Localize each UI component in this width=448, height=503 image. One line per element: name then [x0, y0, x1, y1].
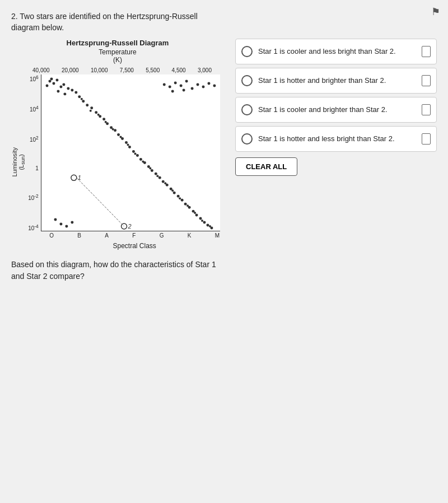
- option-b-text: Star 1 is hotter and brighter than Star …: [258, 76, 416, 86]
- hr-diagram: 1 2: [41, 74, 220, 231]
- y-axis-label: Luminosity(Lsun): [11, 147, 26, 177]
- svg-point-33: [114, 129, 116, 132]
- svg-point-40: [139, 158, 142, 161]
- flag-icon[interactable]: ⚑: [431, 6, 440, 18]
- svg-line-86: [77, 178, 124, 227]
- svg-point-52: [184, 203, 186, 206]
- svg-point-82: [71, 175, 77, 181]
- svg-point-51: [180, 199, 183, 202]
- svg-point-13: [168, 86, 171, 89]
- svg-point-14: [174, 82, 176, 85]
- svg-point-71: [164, 182, 166, 184]
- svg-point-77: [209, 225, 211, 227]
- svg-point-19: [202, 86, 204, 89]
- svg-point-49: [172, 192, 175, 194]
- main-container: ⚑ 2. Two stars are identified on the Her…: [0, 0, 448, 294]
- svg-point-36: [125, 141, 128, 144]
- svg-point-0: [48, 80, 51, 83]
- content-row: Hertzsprung-Russell Diagram Temperature(…: [11, 39, 437, 282]
- svg-point-3: [55, 79, 58, 82]
- option-d[interactable]: Star 1 is hotter and less bright than St…: [235, 126, 437, 152]
- radio-c[interactable]: [241, 104, 253, 115]
- svg-point-27: [90, 106, 93, 109]
- svg-point-81: [71, 221, 73, 224]
- options-container: Star 1 is cooler and less bright than St…: [235, 39, 437, 176]
- svg-point-56: [199, 217, 202, 220]
- svg-point-10: [57, 90, 59, 93]
- clear-all-button[interactable]: CLEAR ALL: [235, 157, 297, 176]
- chart-x-axis-label: Temperature(K): [11, 48, 224, 64]
- y-tick-labels: 106 104 102 1 10-2 10-4: [28, 74, 41, 231]
- question-premise: Two stars are identified on the Hertzspr…: [11, 12, 198, 32]
- svg-point-30: [102, 118, 105, 120]
- svg-point-70: [156, 175, 158, 178]
- svg-point-24: [78, 96, 81, 99]
- svg-point-57: [203, 221, 206, 224]
- svg-point-25: [82, 100, 85, 103]
- svg-point-80: [65, 225, 68, 228]
- svg-text:1: 1: [78, 175, 81, 181]
- bookmark-b[interactable]: [422, 75, 431, 86]
- svg-point-6: [62, 83, 65, 86]
- svg-point-28: [95, 111, 97, 114]
- svg-text:2: 2: [127, 223, 131, 230]
- hr-svg: 1 2: [41, 74, 220, 231]
- svg-point-1: [52, 82, 55, 85]
- chart-container: Hertzsprung-Russell Diagram Temperature(…: [11, 39, 224, 282]
- svg-point-62: [97, 114, 99, 116]
- svg-point-44: [155, 173, 157, 175]
- svg-point-46: [162, 180, 165, 183]
- svg-point-22: [171, 90, 174, 93]
- svg-point-72: [171, 189, 174, 192]
- svg-point-21: [213, 85, 216, 87]
- svg-point-5: [50, 78, 53, 81]
- chart-title: Hertzsprung-Russell Diagram: [11, 39, 224, 47]
- question-number: 2.: [11, 12, 18, 21]
- svg-point-45: [158, 176, 161, 179]
- radio-b[interactable]: [241, 75, 253, 86]
- svg-point-4: [59, 86, 62, 89]
- svg-point-63: [104, 121, 106, 123]
- svg-point-50: [176, 195, 179, 198]
- svg-point-55: [195, 214, 198, 217]
- option-c-text: Star 1 is cooler and brighter than Star …: [258, 105, 416, 115]
- svg-point-64: [111, 128, 114, 131]
- svg-point-37: [128, 146, 131, 148]
- option-c[interactable]: Star 1 is cooler and brighter than Star …: [235, 97, 437, 123]
- option-b[interactable]: Star 1 is hotter and brighter than Star …: [235, 68, 437, 94]
- bookmark-c[interactable]: [422, 104, 431, 115]
- chart-wrap: Luminosity(Lsun) 106 104 102 1 10-2 10-4: [11, 74, 224, 250]
- svg-point-43: [151, 169, 153, 172]
- option-a-text: Star 1 is cooler and less bright than St…: [258, 46, 416, 57]
- svg-point-8: [71, 89, 73, 92]
- svg-point-11: [63, 93, 66, 96]
- svg-point-68: [142, 161, 144, 163]
- svg-point-65: [119, 136, 122, 138]
- svg-point-60: [81, 98, 83, 100]
- spectral-labels: O B A F G K M: [45, 231, 224, 240]
- radio-a[interactable]: [241, 46, 253, 57]
- svg-point-9: [74, 91, 77, 94]
- svg-point-7: [67, 87, 69, 90]
- svg-point-15: [179, 85, 182, 87]
- svg-point-23: [182, 89, 185, 92]
- chart-inner: 106 104 102 1 10-2 10-4: [28, 74, 224, 250]
- svg-point-17: [190, 87, 193, 90]
- svg-point-76: [201, 220, 203, 222]
- radio-d[interactable]: [241, 133, 253, 145]
- question-text: 2. Two stars are identified on the Hertz…: [11, 11, 218, 33]
- svg-point-18: [196, 83, 199, 86]
- svg-point-39: [136, 154, 139, 157]
- option-a[interactable]: Star 1 is cooler and less bright than St…: [235, 39, 437, 64]
- bookmark-a[interactable]: [422, 46, 431, 57]
- svg-point-75: [194, 212, 196, 214]
- svg-point-58: [206, 224, 209, 227]
- svg-point-69: [149, 167, 151, 170]
- svg-point-74: [186, 204, 189, 207]
- svg-point-61: [89, 110, 91, 112]
- follow-up-question: Based on this diagram, how do the charac…: [11, 259, 218, 282]
- bookmark-d[interactable]: [422, 133, 431, 145]
- svg-point-16: [185, 80, 188, 83]
- svg-point-2: [45, 85, 48, 87]
- svg-point-78: [54, 218, 57, 221]
